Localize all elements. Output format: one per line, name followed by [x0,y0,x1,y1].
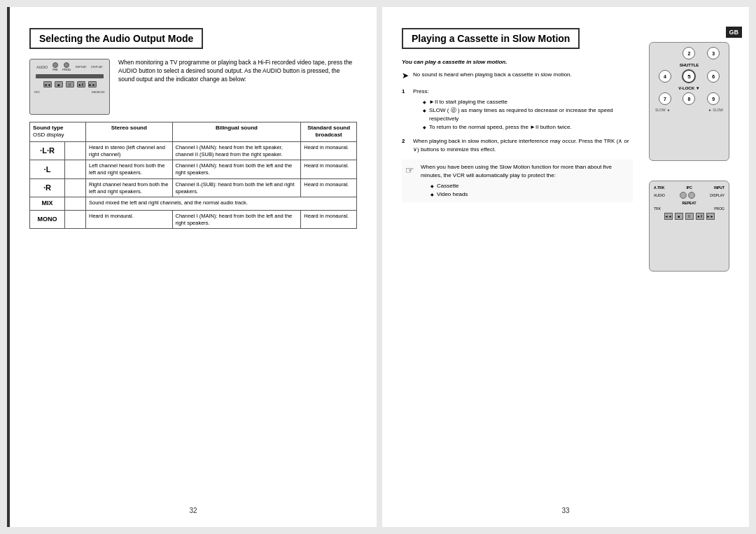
table-row: MIX Sound mixed the left and right chann… [30,197,357,211]
table-row: ·R Right channel heard from both the lef… [30,178,357,197]
step1-bullets: ►II to start playing the cassette SLOW (… [423,98,633,132]
arrow-right-icon: ➤ [402,70,409,82]
right-page: Playing a Cassette in Slow Motion GB 2 3… [382,7,749,527]
bullet-item: To return to the normal speed, press the… [423,123,633,132]
bullet-item: Video heads [430,190,629,199]
table-row: ·L·R Heard in stereo (left channel and r… [30,141,357,160]
audio-table: Sound typeOSD display Stereo sound Bilin… [29,122,357,229]
page-number-right: 33 [561,507,569,514]
remote-illustration-bottom: A.TRKIPCINPUT AUDIO DISPLAY REPEAT TRKPR… [649,181,729,272]
bullet-item: ►II to start playing the cassette [423,98,633,106]
remote-illustration-top: 2 3 SHUTTLE 4 5 6 V-LOCK ▼ 7 8 9 SLOW ◄ … [649,42,729,161]
bullet-item: SLOW ( ⓓ ) as many times as required to … [423,106,633,123]
step-1: 1 Press: ►II to start playing the casset… [402,87,633,132]
note-block: ☞ When you have been using the Slow Moti… [402,160,633,202]
left-section-title: Selecting the Audio Output Mode [29,28,203,49]
page-number-left: 32 [189,507,197,514]
intro-text-block: When monitoring a TV programme or playin… [118,59,357,106]
note-bullets: Cassette Video heads [430,182,629,199]
bullet-item: Cassette [430,182,629,190]
gb-badge: GB [726,27,743,38]
right-section-title: Playing a Cassette in Slow Motion [402,28,580,49]
table-row: MONO Heard in monaural. Channel I (MAIN)… [30,210,357,229]
table-row: ·L Left channel heard from both the left… [30,160,357,179]
note-icon: ☞ [405,163,416,178]
intro-note: ➤ No sound is heard when playing back a … [402,71,633,82]
right-header-text: You can play a cassette in slow motion. [402,59,633,65]
vcr-illustration: AUDIO TRK PROG REPEAT DISPLAY [29,59,110,115]
step-2: 2 When playing back in slow motion, pict… [402,137,633,154]
left-page: Selecting the Audio Output Mode AUDIO TR… [7,7,377,527]
